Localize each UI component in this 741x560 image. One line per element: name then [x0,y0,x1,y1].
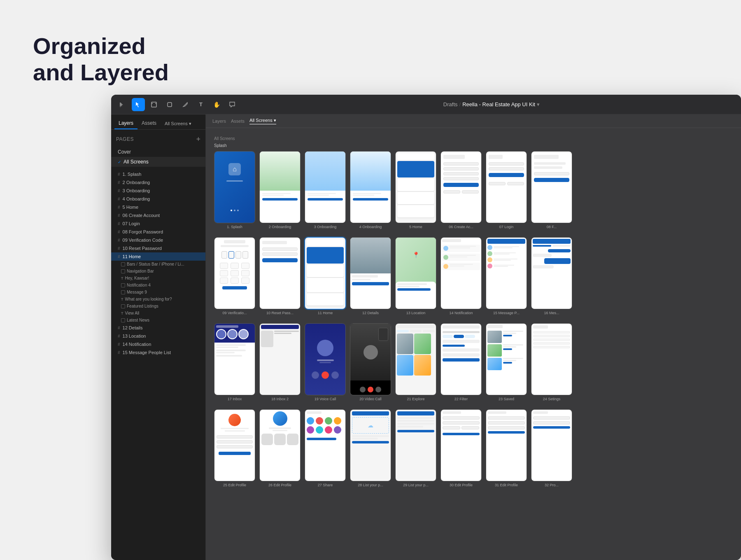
screen-card-32[interactable]: 32 Pro... [531,409,572,487]
screen-thumb-22 [440,323,482,395]
layer-2-onboarding[interactable]: # 2 Onboarding [111,178,205,187]
screen-card-09[interactable]: 09 Verificatio... [214,237,255,315]
layer-11-home[interactable]: # 11 Home [111,252,205,261]
sub-layer-view-all[interactable]: T View All [118,310,205,317]
screen-card-19[interactable]: 19 Voice Call [305,323,346,401]
canvas-assets-tab[interactable]: Assets [231,119,245,124]
screen-card-05[interactable]: 5 Home [395,151,436,229]
shape-tool-btn[interactable] [163,98,176,111]
screen-row-1: ⌂ 1. Splash [214,151,733,229]
screen-card-22[interactable]: 22 Filter [440,323,482,401]
layer-14-notification[interactable]: # 14 Notification [111,340,205,348]
screen-thumb-24 [531,323,572,395]
screen-thumb-03 [305,151,346,223]
screen-card-27[interactable]: 27 Share [305,409,346,487]
screen-label-31: 31 Edit Profile [495,483,518,487]
screen-thumb-25 [214,409,255,481]
screen-label-16: 16 Mes... [544,311,559,315]
layer-3-onboarding[interactable]: # 3 Onboarding [111,187,205,195]
screen-card-17[interactable]: 17 Inbox [214,323,255,401]
add-page-btn[interactable]: + [196,135,200,143]
screen-card-04[interactable]: 4 Onboarding [350,151,391,229]
screen-card-25[interactable]: 25 Edit Profile [214,409,255,487]
screen-label-24: 24 Setings [543,397,561,401]
layer-5-home[interactable]: # 5 Home [111,203,205,211]
layer-13-location[interactable]: # 13 Location [111,332,205,340]
screen-label-27: 27 Share [318,483,333,487]
screen-card-14[interactable]: 14 Notification [440,237,482,315]
screen-label-25: 25 Edit Profile [223,483,246,487]
sub-layer-what-looking-for[interactable]: T What are you looking for? [118,296,205,303]
screen-label-19: 19 Voice Call [315,397,336,401]
layers-tab[interactable]: Layers [114,118,137,129]
editor-window: T ✋ Drafts / Reella - Real Estate App UI… [111,95,741,560]
page-item-cover[interactable]: Cover [111,147,205,157]
select-tool-btn[interactable] [132,98,145,111]
screen-card-30[interactable]: 30 Edit Profile [440,409,482,487]
main-canvas: Layers Assets All Screens ▾ All Screens … [206,114,741,560]
screen-row-2: 09 Verificatio... 10 Reset Pas [214,237,733,315]
text-tool-btn[interactable]: T [194,98,207,111]
screen-card-03[interactable]: 3 Onboarding [305,151,346,229]
sub-layer-status-bar[interactable]: Bars / Status Bar / iPhone / Li... [118,261,205,268]
screen-card-16[interactable]: 16 Mes... [531,237,572,315]
layer-09-verification[interactable]: # 09 Verification Code [111,236,205,244]
screen-label-14: 14 Notification [449,311,473,315]
comment-tool-btn[interactable] [226,98,239,111]
screen-card-23[interactable]: 23 Saved [486,323,527,401]
assets-tab[interactable]: Assets [137,118,161,129]
move-tool-btn[interactable] [116,98,129,111]
layer-08-forgot-password[interactable]: # 08 Forgot Password [111,228,205,236]
sub-layer-hey-kawsar[interactable]: T Hey, Kawsar! [118,275,205,282]
screen-thumb-23 [486,323,527,395]
screen-card-24[interactable]: 24 Setings [531,323,572,401]
frame-tool-btn[interactable] [147,98,161,111]
hero-section: Organized and Layered [0,0,741,103]
screen-card-26[interactable]: 26 Edit Profile [259,409,301,487]
screen-card-12[interactable]: 12 Details [350,237,391,315]
sub-layer-message9[interactable]: Message 9 [118,289,205,296]
screen-label-03: 3 Onboarding [314,225,337,229]
all-screens-tab[interactable]: All Screens ▾ [161,118,196,129]
layer-15-message-list[interactable]: # 15 Message People List [111,348,205,357]
screen-card-01[interactable]: ⌂ 1. Splash [214,151,255,229]
panel-tabs: Layers Assets All Screens ▾ [111,114,205,130]
screen-label-26: 26 Edit Profile [268,483,291,487]
screen-card-28[interactable]: ☁ 28 List your p... [350,409,391,487]
screen-card-08[interactable]: 08 F... [531,151,572,229]
screen-card-02[interactable]: 2 Onboarding [259,151,301,229]
screen-thumb-13 [395,237,436,309]
layer-10-reset-password[interactable]: # 10 Reset Password [111,244,205,252]
screen-card-10[interactable]: 10 Reset Pass... [259,237,301,315]
screen-thumb-06 [440,151,482,223]
layer-1-splash[interactable]: # 1. Splash [111,170,205,178]
screen-card-20[interactable]: 20 Video Call [350,323,391,401]
sub-layer-featured-listings[interactable]: Featured Listings [118,303,205,310]
screen-card-06[interactable]: 06 Create Ac... [440,151,482,229]
screen-card-18[interactable]: 18 Inbox 2 [259,323,301,401]
screen-thumb-07 [486,151,527,223]
svg-rect-3 [168,103,172,107]
hand-tool-btn[interactable]: ✋ [210,98,223,111]
layer-06-create-account[interactable]: # 06 Create Account [111,211,205,219]
svg-rect-0 [151,102,156,107]
screen-card-07[interactable]: 07 Login [486,151,527,229]
canvas-all-screens-tab[interactable]: All Screens ▾ [249,118,276,124]
page-item-all-screens[interactable]: ✓ All Screens [111,157,205,167]
sub-layer-nav-bar[interactable]: Navigation Bar [118,268,205,275]
pen-tool-btn[interactable] [179,98,192,111]
layer-07-login[interactable]: # 07 Login [111,219,205,228]
layer-12-details[interactable]: # 12 Details [111,324,205,332]
screen-card-11[interactable]: 11 Home [305,237,346,315]
screen-card-21[interactable]: 21 Explore [395,323,436,401]
sub-layer-notification4[interactable]: Notification 4 [118,282,205,289]
screen-card-13[interactable]: 13 Location [395,237,436,315]
canvas-layers-tab[interactable]: Layers [212,119,226,124]
screen-card-29[interactable]: 29 List your p... [395,409,436,487]
layer-4-onboarding[interactable]: # 4 Onboarding [111,195,205,203]
screen-thumb-20 [350,323,391,395]
screen-label-05: 5 Home [409,225,422,229]
screen-card-31[interactable]: 31 Edit Profile [486,409,527,487]
screen-card-15[interactable]: 15 Message P... [486,237,527,315]
sub-layer-latest-news[interactable]: Latest News [118,317,205,324]
